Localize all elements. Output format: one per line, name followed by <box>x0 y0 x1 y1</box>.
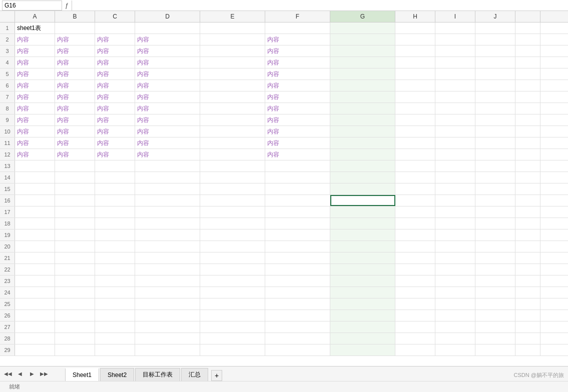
cell-B16[interactable] <box>55 195 95 206</box>
cell-G23[interactable] <box>330 276 395 286</box>
cell-H12[interactable] <box>395 149 435 160</box>
cell-A4[interactable]: 内容 <box>15 57 55 68</box>
cell-A20[interactable] <box>15 241 55 252</box>
cell-D15[interactable] <box>135 184 200 194</box>
cell-G6[interactable] <box>330 80 395 91</box>
cell-A7[interactable]: 内容 <box>15 92 55 102</box>
cell-I11[interactable] <box>435 138 475 148</box>
cell-D21[interactable] <box>135 252 200 264</box>
cell-G9[interactable] <box>330 114 395 126</box>
cell-J28[interactable] <box>475 333 515 344</box>
cell-C4[interactable]: 内容 <box>95 57 135 68</box>
cell-I1[interactable] <box>435 22 475 34</box>
cell-F16[interactable] <box>265 195 330 206</box>
cell-D13[interactable] <box>135 160 200 172</box>
cell-C6[interactable]: 内容 <box>95 80 135 91</box>
grid-body[interactable]: 1sheet1表2内容内容内容内容内容3内容内容内容内容内容4内容内容内容内容内… <box>0 22 568 366</box>
cell-D17[interactable] <box>135 206 200 218</box>
cell-F20[interactable] <box>265 241 330 252</box>
cell-E21[interactable] <box>200 252 265 264</box>
cell-C19[interactable] <box>95 230 135 240</box>
sheet-tab-sheet2[interactable]: Sheet2 <box>100 368 134 381</box>
cell-F19[interactable] <box>265 230 330 240</box>
cell-J20[interactable] <box>475 241 515 252</box>
cell-F25[interactable] <box>265 298 330 310</box>
cell-E13[interactable] <box>200 160 265 172</box>
cell-H4[interactable] <box>395 57 435 68</box>
cell-E19[interactable] <box>200 230 265 240</box>
col-header-d[interactable]: D <box>135 11 200 22</box>
cell-J27[interactable] <box>475 322 515 332</box>
col-header-c[interactable]: C <box>95 11 135 22</box>
cell-G14[interactable] <box>330 172 395 183</box>
cell-H19[interactable] <box>395 230 435 240</box>
cell-B4[interactable]: 内容 <box>55 57 95 68</box>
cell-A11[interactable]: 内容 <box>15 138 55 148</box>
cell-C1[interactable] <box>95 22 135 34</box>
cell-F3[interactable]: 内容 <box>265 46 330 56</box>
cell-H27[interactable] <box>395 322 435 332</box>
cell-I15[interactable] <box>435 184 475 194</box>
cell-G27[interactable] <box>330 322 395 332</box>
cell-G28[interactable] <box>330 333 395 344</box>
cell-J29[interactable] <box>475 344 515 356</box>
cell-A1[interactable]: sheet1表 <box>15 22 55 34</box>
cell-J16[interactable] <box>475 195 515 206</box>
cell-I25[interactable] <box>435 298 475 310</box>
cell-I18[interactable] <box>435 218 475 229</box>
cell-E24[interactable] <box>200 287 265 298</box>
cell-A22[interactable] <box>15 264 55 275</box>
cell-E27[interactable] <box>200 322 265 332</box>
cell-C14[interactable] <box>95 172 135 183</box>
cell-F22[interactable] <box>265 264 330 275</box>
cell-B22[interactable] <box>55 264 95 275</box>
cell-D11[interactable]: 内容 <box>135 138 200 148</box>
cell-C28[interactable] <box>95 333 135 344</box>
cell-E10[interactable] <box>200 126 265 137</box>
cell-H10[interactable] <box>395 126 435 137</box>
cell-A12[interactable]: 内容 <box>15 149 55 160</box>
cell-G26[interactable] <box>330 310 395 321</box>
cell-H15[interactable] <box>395 184 435 194</box>
cell-C25[interactable] <box>95 298 135 310</box>
cell-C13[interactable] <box>95 160 135 172</box>
cell-E22[interactable] <box>200 264 265 275</box>
cell-D27[interactable] <box>135 322 200 332</box>
cell-E11[interactable] <box>200 138 265 148</box>
cell-D16[interactable] <box>135 195 200 206</box>
cell-A24[interactable] <box>15 287 55 298</box>
cell-I14[interactable] <box>435 172 475 183</box>
cell-H17[interactable] <box>395 206 435 218</box>
cell-B10[interactable]: 内容 <box>55 126 95 137</box>
cell-A2[interactable]: 内容 <box>15 34 55 45</box>
cell-B24[interactable] <box>55 287 95 298</box>
cell-F9[interactable]: 内容 <box>265 114 330 126</box>
cell-G12[interactable] <box>330 149 395 160</box>
cell-B21[interactable] <box>55 252 95 264</box>
cell-B2[interactable]: 内容 <box>55 34 95 45</box>
cell-I9[interactable] <box>435 114 475 126</box>
cell-J9[interactable] <box>475 114 515 126</box>
cell-D14[interactable] <box>135 172 200 183</box>
cell-A3[interactable]: 内容 <box>15 46 55 56</box>
cell-G22[interactable] <box>330 264 395 275</box>
cell-D8[interactable]: 内容 <box>135 103 200 114</box>
cell-B23[interactable] <box>55 276 95 286</box>
cell-H8[interactable] <box>395 103 435 114</box>
cell-D1[interactable] <box>135 22 200 34</box>
cell-G21[interactable] <box>330 252 395 264</box>
cell-B6[interactable]: 内容 <box>55 80 95 91</box>
col-header-i[interactable]: I <box>435 11 475 22</box>
col-header-f[interactable]: F <box>265 11 330 22</box>
cell-B26[interactable] <box>55 310 95 321</box>
cell-J26[interactable] <box>475 310 515 321</box>
cell-D18[interactable] <box>135 218 200 229</box>
cell-F24[interactable] <box>265 287 330 298</box>
cell-F15[interactable] <box>265 184 330 194</box>
cell-I19[interactable] <box>435 230 475 240</box>
cell-D7[interactable]: 内容 <box>135 92 200 102</box>
cell-C10[interactable]: 内容 <box>95 126 135 137</box>
cell-J19[interactable] <box>475 230 515 240</box>
cell-G25[interactable] <box>330 298 395 310</box>
cell-B18[interactable] <box>55 218 95 229</box>
